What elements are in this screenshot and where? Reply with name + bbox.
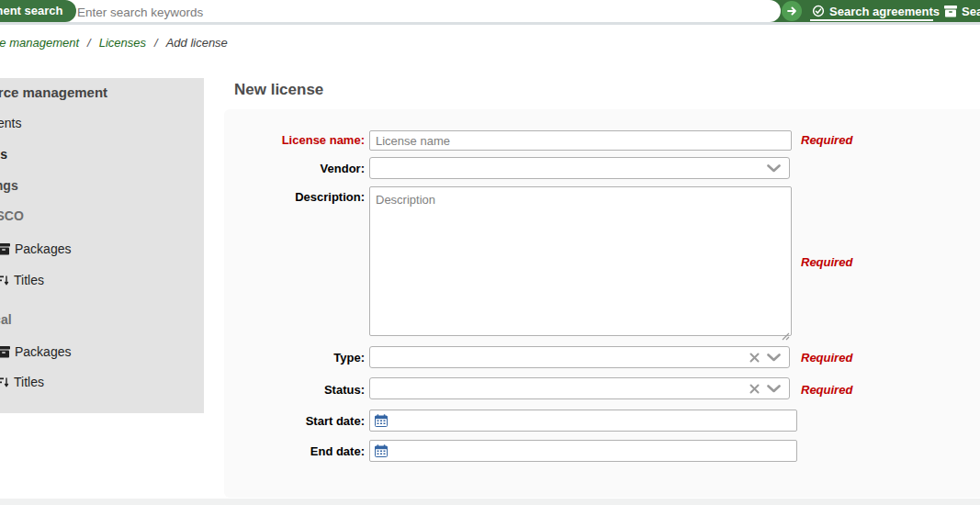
vendor-select[interactable]: [369, 157, 790, 179]
sidebar-item-label: Titles: [14, 271, 44, 289]
sidebar-title: E-resource management: [0, 84, 107, 100]
description-textarea[interactable]: [369, 186, 792, 336]
sidebar-subheader-label: Local: [0, 310, 12, 329]
search-licenses-link[interactable]: Search licenses: [944, 0, 980, 22]
sidebar-item-label: Titles: [14, 373, 44, 391]
type-label: Type:: [234, 351, 365, 365]
sidebar-item-ebsco-titles[interactable]: Titles: [0, 271, 44, 289]
check-circle-icon: [812, 5, 825, 17]
search-input[interactable]: [75, 2, 722, 22]
license-name-input[interactable]: [369, 130, 792, 151]
chevron-down-icon: [767, 354, 781, 362]
clear-x-icon[interactable]: [749, 353, 760, 363]
sidebar-item-agreements[interactable]: Agreements: [0, 114, 21, 132]
clear-x-icon[interactable]: [749, 384, 760, 394]
start-date-input[interactable]: [369, 410, 797, 432]
sidebar-item-label: Packages: [15, 342, 71, 361]
archive-box-icon: [0, 346, 10, 358]
archive-box-icon: [944, 6, 957, 17]
search-type-tab[interactable]: Agreement search: [0, 0, 76, 22]
page-bottom-strip: [0, 499, 980, 505]
sidebar-item-label: eHoldings: [0, 176, 18, 195]
license-name-label: License name:: [234, 133, 365, 148]
breadcrumb: E-resource management / Licenses / Add l…: [0, 25, 228, 60]
sidebar-item-local-titles[interactable]: Titles: [0, 373, 44, 391]
vendor-label: Vendor:: [234, 162, 365, 176]
status-select[interactable]: [369, 377, 790, 399]
calendar-icon[interactable]: [375, 414, 388, 427]
sort-titles-icon: [0, 275, 9, 286]
end-date-input[interactable]: [369, 440, 797, 462]
description-field-wrap: [369, 186, 792, 338]
arrow-right-icon: [785, 5, 798, 17]
status-label: Status:: [234, 383, 365, 398]
active-link-underline: [810, 19, 933, 21]
breadcrumb-licenses-link[interactable]: Licenses: [99, 36, 146, 50]
sidebar-item-licenses[interactable]: Licenses: [0, 145, 7, 163]
chevron-down-icon: [767, 385, 781, 393]
breadcrumb-erm-link[interactable]: E-resource management: [0, 36, 79, 50]
sidebar-item-label: Agreements: [0, 114, 21, 132]
archive-box-icon: [0, 243, 10, 255]
sidebar-item-label: Packages: [15, 240, 71, 258]
required-note: Required: [801, 255, 852, 269]
search-submit-button[interactable]: [782, 1, 802, 21]
sidebar-item-local-packages[interactable]: Packages: [0, 342, 71, 361]
type-select[interactable]: [369, 346, 790, 368]
required-note: Required: [801, 351, 852, 365]
sidebar-subheader-label: EBSCO: [0, 207, 24, 225]
sort-titles-icon: [0, 376, 9, 388]
breadcrumb-current: Add license: [166, 36, 228, 50]
search-licenses-label: Search licenses: [962, 5, 980, 18]
search-agreements-label: Search agreements: [829, 5, 940, 18]
start-date-label: Start date:: [234, 414, 365, 429]
calendar-icon[interactable]: [375, 444, 388, 457]
breadcrumb-separator: /: [154, 36, 158, 50]
breadcrumb-separator: /: [87, 36, 91, 50]
required-note: Required: [801, 133, 852, 147]
description-label: Description:: [234, 190, 365, 205]
sidebar: E-resource management Agreements License…: [0, 78, 204, 413]
sidebar-subheader-local: Local: [0, 310, 12, 329]
required-note: Required: [801, 383, 852, 397]
sidebar-item-ebsco-packages[interactable]: Packages: [0, 240, 71, 258]
sidebar-item-eholdings[interactable]: eHoldings: [0, 176, 18, 195]
sidebar-subheader-ebsco: EBSCO: [0, 207, 24, 225]
page-title: New license: [234, 81, 323, 99]
end-date-label: End date:: [234, 444, 365, 459]
chevron-down-icon: [767, 164, 781, 173]
sidebar-item-label: Licenses: [0, 145, 7, 163]
